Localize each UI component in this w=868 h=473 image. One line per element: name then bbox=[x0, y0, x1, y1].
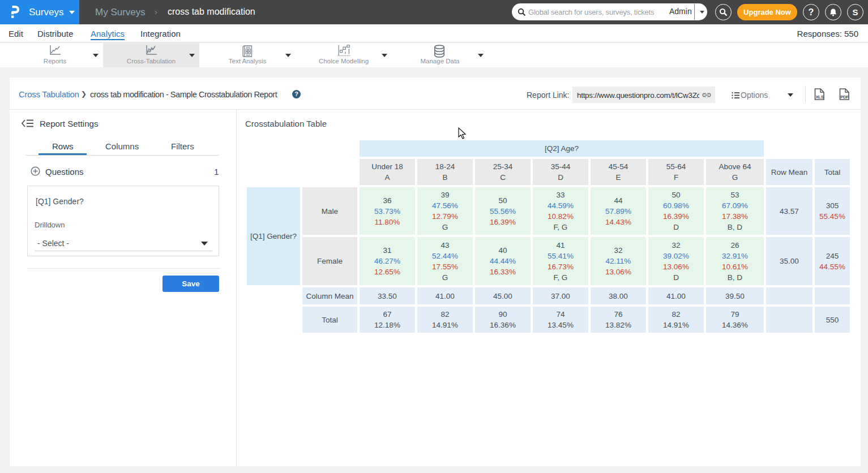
svg-text:PDF: PDF bbox=[840, 94, 849, 100]
svg-text:XLS: XLS bbox=[815, 94, 824, 100]
